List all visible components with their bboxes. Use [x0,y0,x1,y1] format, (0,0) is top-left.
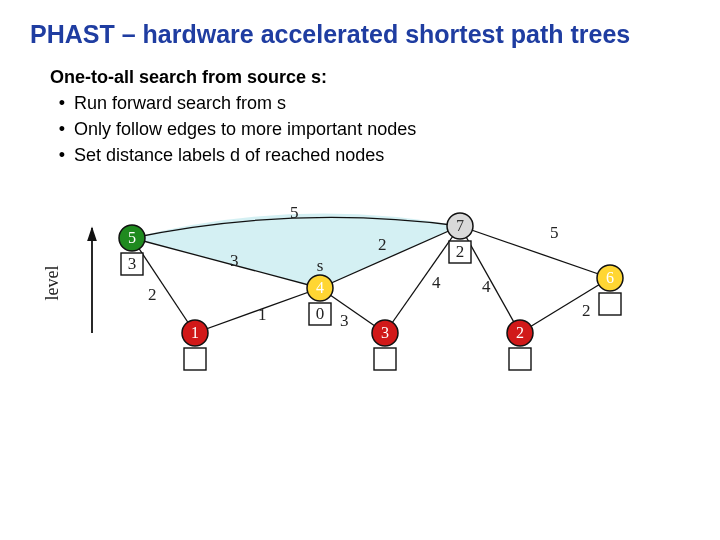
node-number: 5 [128,229,136,246]
bullet-dot: • [50,90,74,116]
subheading: One-to-all search from source s: [50,67,690,88]
distance-box [509,348,531,370]
edge-weight: 4 [432,273,441,292]
node-6: 6 [597,265,623,315]
edge-weight: 4 [482,277,491,296]
bullet-text: Only follow edges to more important node… [74,116,416,142]
node-3: 3 [372,320,398,370]
bullet-text: Run forward search from s [74,90,286,116]
edge-weight: 3 [230,251,239,270]
graph-diagram: level3525213442537240s6132 [40,208,680,398]
edge-weight: 3 [340,311,349,330]
node-1: 1 [182,320,208,370]
source-label: s [317,256,324,275]
bullet-dot: • [50,142,74,168]
distance-value: 2 [456,242,465,261]
node-5: 53 [119,225,145,275]
edge-weight: 2 [582,301,591,320]
page-title: PHAST – hardware accelerated shortest pa… [30,20,690,49]
distance-box [374,348,396,370]
edge [460,226,610,278]
level-axis-label: level [42,266,62,301]
node-number: 2 [516,324,524,341]
bullet-text: Set distance labels d of reached nodes [74,142,384,168]
distance-value: 3 [128,254,137,273]
node-number: 6 [606,269,614,286]
node-2: 2 [507,320,533,370]
node-number: 3 [381,324,389,341]
bullet-item: • Set distance labels d of reached nodes [50,142,690,168]
bullet-item: • Only follow edges to more important no… [50,116,690,142]
node-number: 1 [191,324,199,341]
edge-weight: 5 [290,203,299,222]
bullet-dot: • [50,116,74,142]
level-axis: level [42,228,92,333]
distance-box [184,348,206,370]
edge-weight: 2 [148,285,157,304]
edge-weight: 2 [378,235,387,254]
edge-weight: 1 [258,305,267,324]
distance-box [599,293,621,315]
node-number: 7 [456,217,464,234]
node-number: 4 [316,279,324,296]
distance-value: 0 [316,304,325,323]
edge-weight: 5 [550,223,559,242]
diagram-container: level3525213442537240s6132 [30,208,690,398]
bullet-item: • Run forward search from s [50,90,690,116]
bullet-list: • Run forward search from s • Only follo… [50,90,690,168]
edge [520,278,610,333]
